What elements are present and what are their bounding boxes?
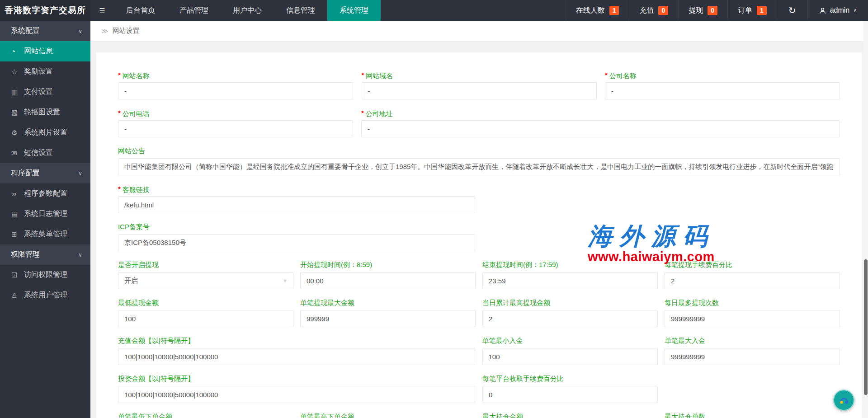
field-label-text: 最低提现金额 (118, 299, 159, 306)
admin-menu[interactable]: admin ∧ (807, 0, 868, 21)
field-label: 单笔最大入金 (665, 336, 840, 345)
stat-label: 订单 (738, 6, 752, 15)
stat-orders[interactable]: 订单 1 (727, 0, 777, 21)
sidebar-section-system-config[interactable]: 系统配置 ∨ (0, 21, 90, 41)
sidebar-item-program-params[interactable]: ∞ 程序参数配置 (0, 183, 90, 204)
nav-item-information[interactable]: 信息管理 (274, 0, 327, 21)
chevron-down-icon: ∨ (78, 252, 82, 258)
floating-support-button[interactable] (833, 390, 854, 411)
field-label: ICP备案号 (118, 222, 475, 231)
stat-recharge[interactable]: 充值 0 (629, 0, 678, 21)
stat-badge: 0 (708, 6, 717, 15)
sidebar-item-carousel-settings[interactable]: ▧ 轮播图设置 (0, 102, 90, 122)
required-asterisk: * (361, 109, 364, 117)
platform-fee-percent-input[interactable] (482, 386, 658, 403)
field-label: *客服链接 (118, 184, 475, 193)
site-notice-input[interactable] (118, 158, 840, 175)
deposit-max-input[interactable] (665, 348, 840, 365)
stat-label: 充值 (639, 6, 654, 15)
field-label: 最低提现金额 (118, 298, 293, 307)
service-link-input[interactable] (118, 196, 475, 213)
field-label: 网站公告 (118, 146, 840, 155)
nav-item-dashboard[interactable]: 后台首页 (114, 0, 167, 21)
log-icon: ▤ (11, 210, 24, 218)
sidebar-item-sms-settings[interactable]: ✉ 短信设置 (0, 143, 90, 163)
field-label-text: 投资金额【以|符号隔开】 (118, 375, 194, 382)
refresh-icon[interactable]: ↻ (777, 0, 807, 21)
top-bar: 香港数字资产交易所 ≡ 后台首页 产品管理 用户中心 信息管理 系统管理 在线人… (0, 0, 868, 21)
withdraw-enabled-select[interactable]: 开启 ▼ (118, 272, 293, 289)
required-asterisk: * (118, 71, 121, 79)
field-label-text: 每笔平台收取手续费百分比 (482, 375, 564, 382)
stat-badge: 1 (757, 6, 767, 15)
app-logo: 香港数字资产交易所 (0, 0, 90, 21)
required-asterisk: * (118, 185, 121, 193)
admin-user-icon (819, 7, 826, 14)
field-label-text: 网站域名 (366, 72, 393, 80)
sidebar-item-reward-settings[interactable]: ☆ 奖励设置 (0, 61, 90, 82)
deposit-min-input[interactable] (482, 348, 658, 365)
sidebar-item-label: 系统日志管理 (24, 209, 67, 219)
required-asterisk: * (605, 71, 608, 79)
stat-online-users[interactable]: 在线人数 1 (566, 0, 629, 21)
field-label-text: 单笔最小入金 (482, 337, 523, 344)
field-label-text: 单笔最低下单金额 (118, 413, 172, 418)
invest-amounts-input[interactable] (118, 386, 475, 403)
main-content: ≫ 网站设置 *网站名称 *网站域名 *公司名称 *公司电话 (90, 21, 868, 418)
stat-label: 提现 (689, 6, 703, 15)
sidebar-item-label: 网站信息 (24, 47, 53, 56)
sidebar-item-system-menus[interactable]: ⊞ 系统菜单管理 (0, 224, 90, 244)
stat-badge: 1 (609, 6, 619, 15)
site-domain-input[interactable] (362, 82, 597, 99)
sidebar-item-system-users[interactable]: ♙ 系统用户管理 (0, 285, 90, 305)
field-label-text: 公司地址 (366, 110, 393, 117)
company-phone-input[interactable] (118, 120, 353, 137)
company-address-input[interactable] (361, 120, 840, 137)
icp-number-input[interactable] (118, 234, 475, 251)
withdraw-fee-percent-input[interactable] (665, 272, 840, 289)
field-label: 单笔最高下单金额 (300, 412, 476, 418)
withdraw-daily-max-input[interactable] (482, 310, 658, 327)
nav-item-users[interactable]: 用户中心 (221, 0, 274, 21)
recharge-amounts-input[interactable] (118, 348, 475, 365)
page-title: 网站设置 (113, 27, 140, 35)
field-label: 充值金额【以|符号隔开】 (118, 336, 475, 345)
field-label-text: 单笔最高下单金额 (300, 413, 354, 418)
company-name-input[interactable] (605, 82, 840, 99)
site-name-input[interactable] (118, 82, 353, 99)
nav-item-products[interactable]: 产品管理 (167, 0, 221, 21)
field-label: *网站域名 (362, 70, 597, 80)
field-label-text: 充值金额【以|符号隔开】 (118, 337, 194, 344)
field-label: 最大持仓金额 (482, 412, 658, 418)
field-label: *网站名称 (118, 70, 353, 80)
stat-withdraw[interactable]: 提现 0 (678, 0, 727, 21)
sidebar-section-program-config[interactable]: 程序配置 ∨ (0, 163, 90, 183)
withdraw-end-time-input[interactable] (482, 272, 658, 289)
sidebar-item-system-images[interactable]: ⚙ 系统图片设置 (0, 122, 90, 143)
section-title: 系统配置 (11, 26, 40, 36)
form-row: 是否开启提现 开启 ▼ 开始提现时间(例：8:59) 结束提现时间(例：17:5… (118, 260, 840, 289)
nav-item-system[interactable]: 系统管理 (327, 0, 381, 21)
scrollbar-thumb[interactable] (864, 259, 868, 395)
sidebar-section-permissions[interactable]: 权限管理 ∨ (0, 244, 90, 265)
field-label-text: 每日最多提现次数 (665, 299, 719, 306)
hamburger-menu-icon[interactable]: ≡ (90, 0, 114, 21)
field-label-text: 最大持仓金额 (482, 413, 523, 418)
field-label-text: 网站名称 (123, 72, 150, 80)
sidebar-item-system-logs[interactable]: ▤ 系统日志管理 (0, 204, 90, 224)
withdraw-single-max-input[interactable] (300, 310, 476, 327)
sidebar-item-label: 访问权限管理 (24, 270, 67, 280)
withdraw-min-input[interactable] (118, 310, 293, 327)
withdraw-daily-times-input[interactable] (665, 310, 840, 327)
form-row: *客服链接 (118, 184, 840, 213)
sidebar-item-label: 系统用户管理 (24, 291, 67, 300)
chevron-up-icon: ∧ (853, 7, 857, 14)
settings-form-card: *网站名称 *网站域名 *公司名称 *公司电话 *公司地址 (96, 52, 862, 418)
sidebar-item-access-permissions[interactable]: ☑ 访问权限管理 (0, 265, 90, 285)
top-right-cluster: 在线人数 1 充值 0 提现 0 订单 1 ↻ admin ∧ (566, 0, 868, 21)
withdraw-start-time-input[interactable] (300, 272, 476, 289)
sidebar-item-website-info[interactable]: ◔ 网站信息 (0, 41, 90, 61)
sidebar-item-payment-settings[interactable]: ▥ 支付设置 (0, 82, 90, 102)
field-label: 结束提现时间(例：17:59) (482, 260, 658, 269)
field-label: 投资金额【以|符号隔开】 (118, 374, 475, 383)
